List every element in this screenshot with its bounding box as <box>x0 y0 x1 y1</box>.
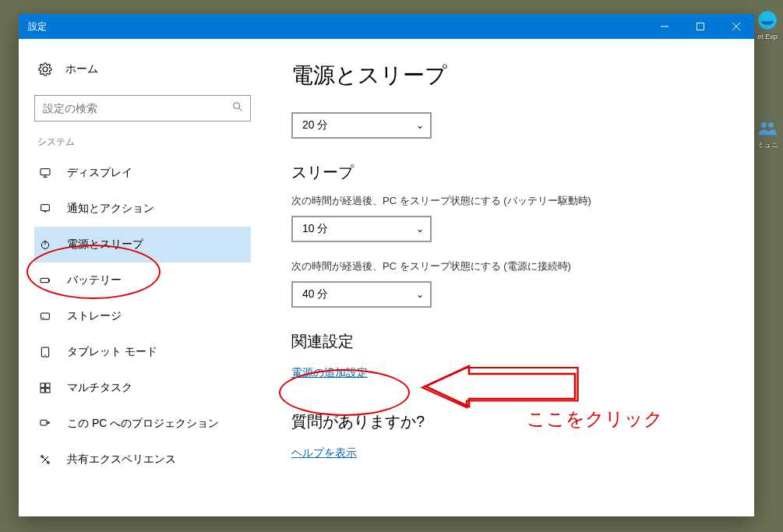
ie-desktop-icon[interactable]: et Exp <box>752 9 783 41</box>
nav-item-label: 共有エクスペリエンス <box>67 453 176 467</box>
svg-rect-24 <box>46 389 50 393</box>
maximize-icon <box>697 23 704 30</box>
svg-rect-15 <box>41 278 49 282</box>
notifications-icon <box>37 203 53 215</box>
dropdown-value: 10 分 <box>302 222 328 236</box>
storage-icon <box>37 310 53 322</box>
svg-rect-12 <box>41 205 50 211</box>
battery-icon <box>37 274 53 287</box>
maximize-button[interactable] <box>682 14 718 39</box>
shared-icon <box>37 453 53 466</box>
svg-rect-4 <box>697 23 704 30</box>
nav-item-label: 通知とアクション <box>67 202 154 216</box>
minimize-icon <box>661 23 668 30</box>
desktop-icon-label: et Exp <box>752 33 783 41</box>
internet-explorer-icon <box>757 9 778 31</box>
svg-rect-21 <box>41 383 44 387</box>
projection-icon <box>37 417 53 430</box>
nav-item-tablet[interactable]: タブレット モード <box>34 334 251 370</box>
main-content: 電源とスリープ 20 分 ⌄ スリープ 次の時間が経過後、PC をスリープ状態に… <box>260 39 754 516</box>
svg-point-0 <box>758 11 776 29</box>
svg-rect-22 <box>46 383 50 387</box>
settings-window: 設定 ホーム システム デ <box>19 14 754 516</box>
home-link[interactable]: ホーム <box>34 58 251 81</box>
power-icon <box>37 238 53 251</box>
nav-item-label: タブレット モード <box>67 345 157 359</box>
sidebar: ホーム システム ディスプレイ通知とアクション電源とスリープバッテリーストレージ… <box>19 39 260 516</box>
sleep-battery-label: 次の時間が経過後、PC をスリープ状態にする (バッテリー駆動時) <box>291 194 723 208</box>
nav-item-notifications[interactable]: 通知とアクション <box>34 191 251 227</box>
svg-rect-17 <box>41 313 50 319</box>
people-icon <box>757 117 778 139</box>
sleep-plugged-dropdown[interactable]: 40 分 ⌄ <box>291 281 432 308</box>
svg-point-20 <box>44 354 45 355</box>
chevron-down-icon: ⌄ <box>416 120 424 131</box>
help-link[interactable]: ヘルプを表示 <box>291 446 357 460</box>
page-title: 電源とスリープ <box>291 61 723 90</box>
nav-item-label: ストレージ <box>67 309 122 323</box>
nav-item-label: マルチタスク <box>67 381 132 395</box>
display-icon <box>37 167 53 179</box>
nav-item-shared[interactable]: 共有エクスペリエンス <box>34 442 251 477</box>
svg-rect-23 <box>41 389 44 393</box>
svg-rect-9 <box>41 169 50 175</box>
multitask-icon <box>37 382 53 394</box>
nav-item-power[interactable]: 電源とスリープ <box>34 227 251 262</box>
svg-point-1 <box>761 122 767 128</box>
nav-item-display[interactable]: ディスプレイ <box>34 155 251 191</box>
section-label: システム <box>37 136 251 149</box>
chevron-down-icon: ⌄ <box>416 289 424 300</box>
sleep-heading: スリープ <box>291 162 723 183</box>
desktop-icon-label: ミュニ <box>752 140 783 150</box>
related-heading: 関連設定 <box>291 331 723 352</box>
additional-power-settings-link[interactable]: 電源の追加設定 <box>291 366 368 380</box>
close-button[interactable] <box>718 14 754 39</box>
chevron-down-icon: ⌄ <box>416 224 424 234</box>
dropdown-value: 20 分 <box>302 118 328 132</box>
titlebar: 設定 <box>19 14 754 39</box>
nav-item-battery[interactable]: バッテリー <box>34 262 251 298</box>
nav-item-label: この PC へのプロジェクション <box>67 417 219 431</box>
community-desktop-icon[interactable]: ミュニ <box>752 117 783 150</box>
svg-rect-16 <box>49 280 50 282</box>
nav-item-label: 電源とスリープ <box>67 238 143 252</box>
svg-point-7 <box>234 103 240 109</box>
home-label: ホーム <box>65 62 98 76</box>
svg-point-2 <box>768 122 774 128</box>
sleep-battery-dropdown[interactable]: 10 分 ⌄ <box>291 216 432 242</box>
minimize-button[interactable] <box>647 14 682 39</box>
nav-item-projection[interactable]: この PC へのプロジェクション <box>34 406 251 442</box>
nav-item-label: バッテリー <box>67 273 122 287</box>
screen-timeout-dropdown[interactable]: 20 分 ⌄ <box>291 112 432 139</box>
svg-line-8 <box>239 108 242 111</box>
nav-item-label: ディスプレイ <box>67 166 132 180</box>
close-icon <box>732 23 740 30</box>
nav-item-multitask[interactable]: マルチタスク <box>34 370 251 406</box>
sleep-plugged-label: 次の時間が経過後、PC をスリープ状態にする (電源に接続時) <box>291 259 723 273</box>
search-box[interactable] <box>34 95 251 122</box>
dropdown-value: 40 分 <box>302 287 328 301</box>
question-heading: 質問がありますか? <box>291 411 723 432</box>
search-icon <box>231 100 244 116</box>
window-title: 設定 <box>28 20 47 33</box>
nav-item-storage[interactable]: ストレージ <box>34 298 251 334</box>
svg-point-18 <box>43 317 44 318</box>
gear-icon <box>37 62 53 76</box>
tablet-icon <box>37 346 53 358</box>
svg-rect-25 <box>41 420 47 425</box>
search-input[interactable] <box>43 102 231 115</box>
